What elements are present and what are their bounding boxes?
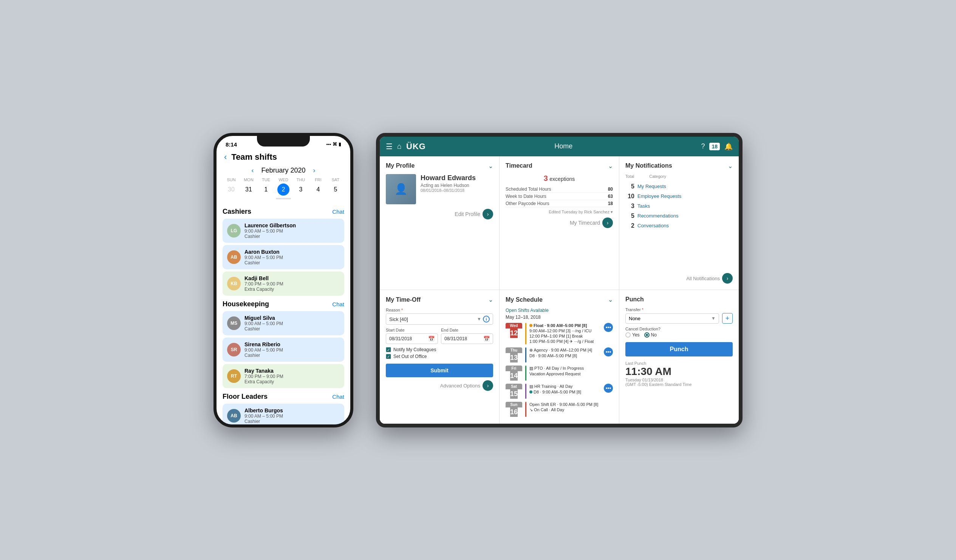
notification-badge[interactable]: 18 [709, 143, 720, 150]
all-notifications-link[interactable]: All Notifications › [625, 273, 733, 284]
my-profile-title: My Profile [386, 162, 415, 169]
sched-day-thu13: Thu 13 [506, 347, 522, 362]
home-icon[interactable]: ⌂ [397, 142, 402, 151]
transfer-add-button[interactable]: + [722, 313, 733, 324]
end-date-input[interactable]: 08/31/2018 📅 [441, 333, 493, 344]
my-timecard-button[interactable]: › [602, 218, 613, 228]
bell-icon[interactable]: 🔔 [724, 142, 733, 151]
timecard-chevron-icon[interactable]: ⌄ [608, 162, 613, 169]
housekeeping-chat-button[interactable]: Chat [332, 301, 344, 307]
cal-day-4[interactable]: 4 [312, 184, 324, 196]
cashiers-chat-button[interactable]: Chat [332, 209, 344, 215]
notif-count-5: 2 [625, 223, 634, 229]
my-profile-chevron-icon[interactable]: ⌄ [488, 162, 493, 169]
reason-info-icon[interactable]: i [483, 316, 490, 323]
advanced-options-button[interactable]: › [483, 380, 493, 391]
notif-row-3[interactable]: 3 Tasks [625, 201, 733, 211]
no-radio[interactable] [644, 332, 649, 337]
notif-col-category: Category [649, 174, 666, 179]
sched-row-thu13: Thu 13 ⊕ Agency · 9:00 AM–12:00 PM [4] D… [506, 347, 613, 362]
submit-button[interactable]: Submit [386, 364, 493, 377]
out-of-office-row[interactable]: ✓ Set Out of Office [386, 354, 493, 359]
my-timecard-link[interactable]: My Timecard › [506, 218, 613, 228]
timecard-exceptions: 3 exceptions [506, 174, 613, 183]
schedule-chevron-icon[interactable]: ⌄ [608, 296, 613, 303]
shift-info-ab: Alberto Burgos 9:00 AM – 5:00 PM Cashier [244, 408, 340, 424]
sched-more-sat15[interactable]: ••• [604, 384, 613, 393]
cal-prev-button[interactable]: ‹ [251, 166, 253, 174]
transfer-chevron-icon: ▼ [711, 316, 716, 321]
shift-laurence[interactable]: LG Laurence Gilbertson 9:00 AM – 5:00 PM… [223, 219, 344, 243]
edit-profile-button[interactable]: › [483, 209, 493, 220]
sched-more-thu13[interactable]: ••• [604, 347, 613, 356]
advanced-options-label: Advanced Options [440, 383, 480, 389]
shift-kadji[interactable]: KB Kadji Bell 7:00 PM – 9:00 PM Extra Ca… [223, 271, 344, 296]
shift-sirena[interactable]: SR Sirena Riberio 9:00 AM – 5:00 PM Cash… [223, 337, 344, 362]
phone-calendar: ‹ February 2020 › SUN MON TUE WED THU FR… [217, 165, 350, 203]
sched-bar-wed12 [525, 323, 526, 344]
phone-device: 8:14 ▪▪▪ ⌘ ▮ ‹ Team shifts ‹ February 20… [214, 133, 353, 427]
notif-row-2[interactable]: 10 Employee Requests [625, 191, 733, 201]
punch-button[interactable]: Punch [625, 342, 733, 356]
menu-icon[interactable]: ☰ [386, 142, 393, 151]
cal-next-button[interactable]: › [313, 166, 316, 174]
tablet-body: My Profile ⌄ 👤 Howard Edwards Acting as … [380, 156, 739, 424]
avatar-ms: MS [227, 317, 241, 330]
edit-profile-link[interactable]: Edit Profile › [386, 209, 493, 220]
cal-day-30[interactable]: 30 [225, 184, 237, 196]
back-button[interactable]: ‹ [224, 152, 227, 162]
topbar-right: ? 18 🔔 [701, 142, 733, 151]
shift-ray[interactable]: RT Ray Tanaka 7:00 PM – 9:00 PM Extra Ca… [223, 364, 344, 388]
start-date-input[interactable]: 08/31/2018 📅 [386, 333, 438, 344]
shift-info-kb: Kadji Bell 7:00 PM – 9:00 PM Extra Capac… [244, 275, 340, 292]
cancel-deduction-row: Yes No [625, 332, 733, 337]
punch-title: Punch [625, 296, 644, 303]
transfer-label: Transfer * [625, 307, 733, 312]
notif-row-5[interactable]: 2 Conversations [625, 221, 733, 231]
cal-day-1[interactable]: 1 [260, 184, 272, 196]
notif-row-4[interactable]: 5 Recommendations [625, 211, 733, 221]
out-of-office-checkbox[interactable]: ✓ [386, 354, 391, 359]
sched-day-sat15: Sat 15 [506, 384, 522, 399]
sched-more-wed12[interactable]: ••• [604, 323, 613, 332]
scroll-indicator [223, 198, 344, 199]
timecard-label-1: Scheduled Total Hours [506, 187, 551, 192]
notify-checkbox[interactable]: ✓ [386, 347, 391, 352]
timecard-val-2: 63 [608, 194, 613, 199]
no-option[interactable]: No [644, 332, 657, 337]
timecard-title: Timecard [506, 162, 532, 169]
phone-notch [257, 136, 310, 146]
all-notifications-button[interactable]: › [722, 273, 733, 284]
cal-day-2-today[interactable]: 2 [277, 184, 289, 196]
schedule-title: My Schedule [506, 296, 542, 303]
no-label: No [651, 332, 657, 337]
my-time-off-tile: My Time-Off ⌄ Reason * Sick [40] ▼ i Sta… [380, 290, 499, 424]
time-off-chevron-icon[interactable]: ⌄ [488, 296, 493, 303]
wifi-icon: ⌘ [333, 141, 337, 147]
timecard-header: Timecard ⌄ [506, 162, 613, 169]
tablet-topbar: ☰ ⌂ ÜKG Home ? 18 🔔 [380, 137, 739, 156]
time-off-title: My Time-Off [386, 296, 421, 303]
reason-select[interactable]: Sick [40] ▼ i [386, 314, 493, 325]
notify-colleagues-row[interactable]: ✓ Notify My Colleagues [386, 347, 493, 352]
shift-miguel[interactable]: MS Miguel Silva 9:00 AM – 5:00 PM Cashie… [223, 311, 344, 335]
notif-row-1[interactable]: 5 My Requests [625, 182, 733, 191]
section-cashiers-title: Cashiers [223, 208, 251, 216]
ukg-logo: ÜKG [406, 141, 426, 151]
help-icon[interactable]: ? [701, 142, 705, 150]
transfer-select[interactable]: None ▼ [625, 314, 719, 324]
start-date-group: Start Date 08/31/2018 📅 [386, 328, 438, 344]
last-punch-time: 11:30 AM [625, 365, 733, 378]
yes-option[interactable]: Yes [625, 332, 640, 337]
notifications-chevron-icon[interactable]: ⌄ [728, 162, 733, 169]
yes-radio[interactable] [625, 332, 631, 337]
cal-day-3[interactable]: 3 [295, 184, 307, 196]
shift-aaron[interactable]: AB Aaron Buxton 9:00 AM – 5:00 PM Cashie… [223, 245, 344, 269]
timecard-label-3: Other Paycode Hours [506, 201, 549, 206]
notif-label-4: Recommendations [637, 213, 678, 219]
cal-day-5[interactable]: 5 [330, 184, 341, 196]
shift-alberto[interactable]: AB Alberto Burgos 9:00 AM – 5:00 PM Cash… [223, 404, 344, 424]
advanced-options-link[interactable]: Advanced Options › [386, 380, 493, 391]
cal-day-31[interactable]: 31 [242, 184, 255, 196]
floor-leaders-chat-button[interactable]: Chat [332, 394, 344, 400]
